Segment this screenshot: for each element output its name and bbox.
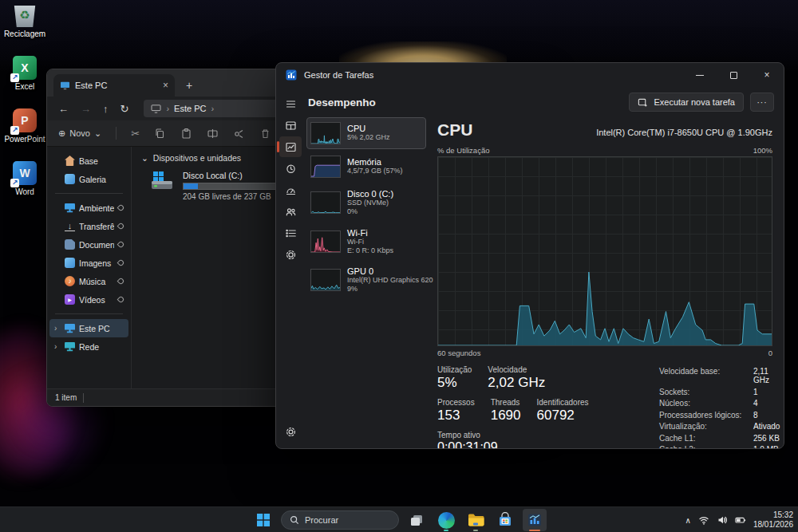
share-icon[interactable]: [233, 128, 245, 140]
sidebar-item[interactable]: Documentos: [49, 235, 128, 254]
task-view-button[interactable]: [405, 509, 429, 531]
nav-startup-apps-icon[interactable]: [279, 179, 302, 200]
edge-button[interactable]: [434, 509, 458, 531]
cpu-detail-row: Cache L1: 256 KB: [659, 434, 780, 443]
menu-hamburger-icon[interactable]: [279, 93, 302, 114]
maximize-button[interactable]: [717, 63, 750, 87]
more-options-button[interactable]: ···: [750, 93, 774, 112]
new-button[interactable]: ⊕ Novo ⌄: [58, 128, 101, 139]
cut-icon[interactable]: ✂: [131, 128, 140, 140]
sidebar-item[interactable]: Imagens: [49, 254, 128, 272]
battery-icon[interactable]: [735, 514, 746, 526]
explorer-sidebar: Base Galeria Ambiente de tra: [47, 147, 132, 388]
this-pc-icon: [60, 81, 70, 90]
desktop-icon[interactable]: W ↗ Word: [2, 161, 48, 209]
nav-details-icon[interactable]: [279, 223, 302, 243]
edge-icon: [438, 512, 455, 529]
new-tab-button[interactable]: +: [186, 79, 192, 92]
tile-subtitle: 5% 2,02 GHz: [347, 133, 390, 142]
sidebar-item[interactable]: Base: [49, 152, 128, 170]
performance-tile[interactable]: Wi-Fi Wi-Fi E: 0 R: 0 Kbps: [306, 223, 426, 261]
desktop-icon[interactable]: X ↗ Excel: [2, 56, 48, 104]
pin-icon: [117, 296, 125, 304]
nav-app-history-icon[interactable]: [279, 158, 302, 179]
tray-chevron-icon[interactable]: ∧: [685, 516, 691, 525]
desktop-icon-label: Reciclagem: [4, 30, 45, 38]
sidebar-divider: [55, 193, 123, 194]
sidebar-item[interactable]: Música: [49, 272, 128, 290]
nav-users-icon[interactable]: [279, 201, 302, 222]
run-new-task-button[interactable]: Executar nova tarefa: [629, 93, 744, 112]
store-button[interactable]: [493, 509, 517, 531]
nav-processes-icon[interactable]: [279, 115, 302, 136]
windows-logo-icon: [255, 512, 271, 528]
performance-tile-list: CPU 5% 2,02 GHz Memória 4,5/7,9 GB (57%): [306, 117, 426, 299]
performance-tile[interactable]: Disco 0 (C:) SSD (NVMe) 0%: [306, 184, 426, 222]
this-pc-icon: [151, 104, 161, 113]
refresh-icon[interactable]: ↻: [120, 103, 129, 115]
drive-name: Disco Local (C:): [183, 171, 288, 180]
explorer-running-indicator: [473, 530, 478, 532]
sidebar-item-icon: [65, 258, 75, 268]
desktop-icon-list: ♻ Reciclagem X ↗ Excel P ↗ PowerPoint: [2, 3, 48, 209]
file-explorer-button[interactable]: [464, 509, 488, 531]
sidebar-item[interactable]: Galeria: [49, 170, 128, 188]
cpu-utilization-graph[interactable]: [437, 156, 772, 346]
clock[interactable]: 15:32 18/01/2026: [753, 510, 793, 530]
sidebar-item[interactable]: › Este PC: [49, 319, 128, 337]
explorer-tab[interactable]: Este PC ×: [53, 74, 175, 97]
tile-subtitle: 4,5/7,9 GB (57%): [347, 167, 403, 175]
sidebar-item[interactable]: › Rede: [49, 337, 128, 356]
tile-title: Memória: [347, 157, 403, 167]
taskbar-search[interactable]: Procurar: [281, 510, 399, 530]
sidebar-item-icon: [65, 276, 75, 286]
drive-usage-fill: [184, 183, 198, 189]
volume-icon[interactable]: [717, 514, 728, 526]
delete-icon[interactable]: [259, 128, 271, 140]
desktop-icon[interactable]: ♻ Reciclagem: [2, 3, 48, 51]
tab-close-icon[interactable]: ×: [163, 80, 168, 91]
copy-icon[interactable]: [154, 128, 166, 140]
app-icon: W ↗: [13, 161, 37, 185]
graph-max-label: 100%: [753, 146, 772, 155]
page-title: Desempenho: [308, 97, 376, 108]
close-button[interactable]: ×: [750, 63, 784, 87]
back-icon[interactable]: ←: [58, 103, 69, 115]
sidebar-item[interactable]: Vídeos: [49, 290, 128, 309]
pin-icon: [117, 204, 125, 212]
sidebar-item-icon: [65, 294, 75, 305]
item-count: 1 item: [55, 393, 77, 402]
desktop-icon[interactable]: P ↗ PowerPoint: [2, 108, 48, 156]
performance-tile[interactable]: Memória 4,5/7,9 GB (57%): [306, 151, 426, 183]
performance-tile[interactable]: CPU 5% 2,02 GHz: [306, 117, 426, 149]
sidebar-item-icon: [65, 222, 75, 231]
nav-performance-icon[interactable]: [279, 136, 302, 157]
pin-icon: [117, 278, 125, 286]
performance-tile[interactable]: GPU 0 Intel(R) UHD Graphics 620 9%: [306, 262, 426, 299]
rename-icon[interactable]: [207, 128, 219, 140]
cpu-stat: Identificadores 60792: [537, 398, 589, 424]
breadcrumb[interactable]: Este PC: [174, 104, 206, 113]
window-title: Gestor de Tarefas: [304, 70, 373, 80]
expand-chevron-icon[interactable]: ›: [54, 342, 61, 351]
task-manager-taskbar-button[interactable]: [523, 509, 547, 531]
wifi-icon[interactable]: [698, 514, 709, 526]
forward-icon[interactable]: →: [81, 103, 91, 115]
up-icon[interactable]: ↑: [103, 103, 109, 115]
sidebar-item-label: Este PC: [79, 324, 125, 333]
sidebar-divider: [55, 313, 123, 314]
tile-title: CPU: [347, 124, 390, 133]
minimize-button[interactable]: [683, 63, 717, 87]
start-button[interactable]: [251, 509, 275, 531]
paste-icon[interactable]: [180, 128, 192, 140]
tile-sparkline: [310, 122, 341, 144]
cpu-uptime: Tempo ativo 0:00:31:09: [437, 431, 637, 449]
nav-services-icon[interactable]: [279, 244, 302, 265]
sidebar-item[interactable]: Transferências: [49, 217, 128, 235]
pin-icon: [117, 241, 125, 249]
chevron-down-icon: ⌄: [94, 128, 101, 139]
settings-gear-icon[interactable]: [279, 421, 302, 442]
expand-chevron-icon[interactable]: ›: [54, 324, 61, 333]
sidebar-item[interactable]: Ambiente de tra: [49, 199, 128, 217]
tile-subtitle: Wi-Fi: [347, 238, 393, 246]
